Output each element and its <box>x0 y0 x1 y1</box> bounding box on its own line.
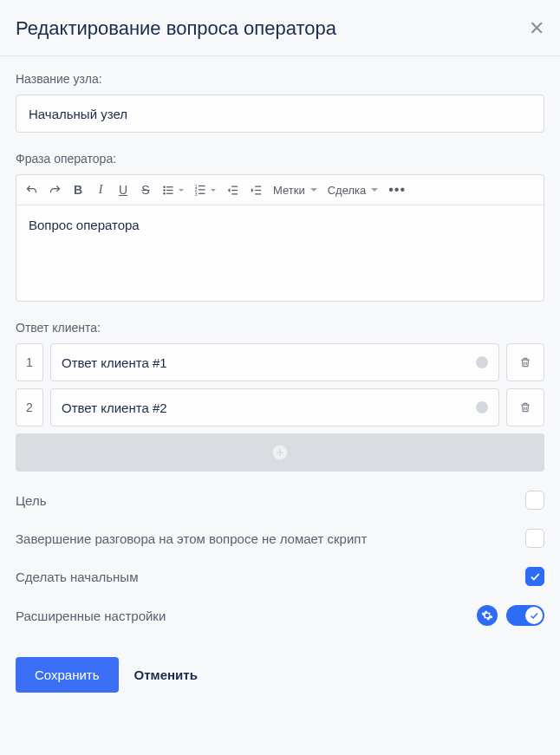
chevron-down-icon <box>211 189 216 192</box>
save-button[interactable]: Сохранить <box>16 657 119 693</box>
italic-button[interactable]: I <box>94 182 107 198</box>
modal-footer: Сохранить Отменить <box>16 657 544 693</box>
node-name-input[interactable] <box>16 94 544 133</box>
gear-icon <box>481 609 493 622</box>
svg-rect-17 <box>255 193 261 194</box>
answer-input[interactable] <box>62 400 476 415</box>
make-initial-label: Сделать начальным <box>16 570 138 584</box>
advanced-controls <box>477 605 544 626</box>
deal-dropdown-label: Сделка <box>328 184 367 197</box>
modal-header: Редактирование вопроса оператора ✕ <box>0 0 560 56</box>
svg-rect-7 <box>199 185 205 185</box>
answer-input-wrap <box>50 343 499 381</box>
answer-number: 1 <box>16 343 43 381</box>
close-button[interactable]: ✕ <box>529 19 544 38</box>
answer-number: 2 <box>16 388 43 426</box>
option-goal: Цель <box>16 491 544 510</box>
answer-input-wrap <box>50 388 499 426</box>
check-icon <box>529 610 539 621</box>
advanced-toggle[interactable] <box>506 605 544 626</box>
editor-toolbar: B I U S 123 <box>16 175 544 205</box>
svg-rect-9 <box>199 189 205 190</box>
bold-button[interactable]: B <box>72 182 84 198</box>
trash-icon <box>519 400 531 414</box>
svg-rect-16 <box>255 189 261 190</box>
svg-rect-14 <box>231 193 238 194</box>
svg-rect-11 <box>199 192 205 193</box>
close-icon: ✕ <box>529 17 544 39</box>
advanced-settings-button[interactable] <box>477 605 498 626</box>
indent-button[interactable] <box>250 182 263 198</box>
option-completion: Завершение разговора на этом вопросе не … <box>16 529 544 548</box>
chevron-down-icon <box>310 188 317 192</box>
rich-text-editor: B I U S 123 <box>16 174 544 302</box>
advanced-label: Расширенные настройки <box>16 609 166 623</box>
completion-checkbox[interactable] <box>525 529 544 548</box>
modal: Редактирование вопроса оператора ✕ Назва… <box>0 0 560 755</box>
answer-row: 1 <box>16 343 544 381</box>
svg-point-0 <box>163 185 166 188</box>
goal-label: Цель <box>16 493 47 508</box>
answer-row: 2 <box>16 388 544 426</box>
status-dot-icon <box>476 356 488 368</box>
node-name-label: Название узла: <box>16 72 544 86</box>
option-advanced: Расширенные настройки <box>16 605 544 626</box>
svg-rect-12 <box>231 185 238 186</box>
chevron-down-icon <box>371 188 378 192</box>
status-dot-icon <box>476 401 488 413</box>
bullet-list-button[interactable] <box>162 182 184 198</box>
underline-button[interactable]: U <box>117 182 129 198</box>
labels-dropdown-label: Метки <box>273 184 305 197</box>
svg-rect-5 <box>166 192 173 193</box>
deal-dropdown[interactable]: Сделка <box>328 184 379 197</box>
trash-icon <box>519 355 531 369</box>
option-make-initial: Сделать начальным <box>16 567 544 586</box>
client-answer-label: Ответ клиента: <box>16 321 544 335</box>
add-answer-button[interactable] <box>16 433 544 472</box>
make-initial-checkbox[interactable] <box>525 567 544 586</box>
modal-title: Редактирование вопроса оператора <box>16 17 336 40</box>
svg-rect-13 <box>231 189 238 190</box>
chevron-down-icon <box>179 189 184 192</box>
labels-dropdown[interactable]: Метки <box>273 184 317 197</box>
delete-answer-button[interactable] <box>506 343 544 381</box>
svg-rect-1 <box>166 186 173 187</box>
svg-point-4 <box>163 192 166 195</box>
operator-phrase-label: Фраза оператора: <box>16 152 544 166</box>
numbered-list-button[interactable]: 123 <box>194 182 216 198</box>
strikethrough-button[interactable]: S <box>140 182 152 198</box>
svg-rect-15 <box>255 185 261 186</box>
svg-rect-3 <box>166 189 173 190</box>
editor-content[interactable]: Вопрос оператора <box>16 205 544 301</box>
completion-label: Завершение разговора на этом вопросе не … <box>16 531 367 546</box>
cancel-button[interactable]: Отменить <box>134 667 198 682</box>
check-icon <box>529 570 541 583</box>
more-button[interactable]: ••• <box>388 182 406 198</box>
svg-text:3: 3 <box>195 191 198 196</box>
toggle-knob <box>525 607 543 624</box>
outdent-button[interactable] <box>226 182 239 198</box>
answer-input[interactable] <box>62 355 476 370</box>
delete-answer-button[interactable] <box>506 388 544 426</box>
plus-circle-icon <box>271 444 289 461</box>
modal-body: Название узла: Фраза оператора: B I U S <box>0 56 560 708</box>
svg-point-2 <box>163 189 166 192</box>
redo-icon[interactable] <box>49 182 62 198</box>
undo-icon[interactable] <box>25 182 38 198</box>
goal-checkbox[interactable] <box>525 491 544 510</box>
